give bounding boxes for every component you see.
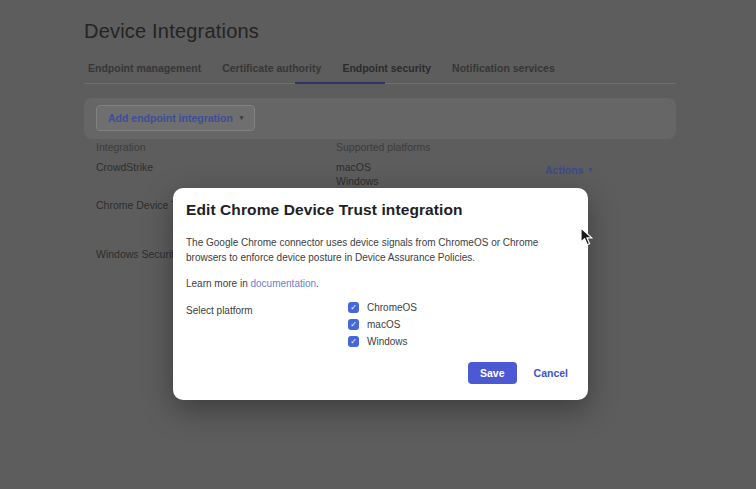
checkbox-label-chromeos: ChromeOS: [367, 302, 417, 313]
save-button[interactable]: Save: [468, 362, 517, 384]
documentation-link[interactable]: documentation: [250, 278, 316, 289]
checkbox-chromeos[interactable]: ✓ ChromeOS: [348, 302, 417, 313]
platform-checkbox-group: ✓ ChromeOS ✓ macOS ✓ Windows: [348, 302, 417, 347]
screen: Device Integrations Endpoint management …: [0, 0, 756, 489]
modal-footer: Save Cancel: [468, 362, 568, 384]
check-icon[interactable]: ✓: [348, 336, 359, 347]
modal-description: The Google Chrome connector uses device …: [186, 235, 576, 265]
checkbox-label-macos: macOS: [367, 319, 400, 330]
checkbox-windows[interactable]: ✓ Windows: [348, 336, 417, 347]
select-platform-label: Select platform: [186, 305, 253, 316]
cancel-button[interactable]: Cancel: [534, 367, 568, 379]
learn-more-prefix: Learn more in: [186, 278, 250, 289]
checkbox-label-windows: Windows: [367, 336, 408, 347]
mouse-cursor-icon: [580, 227, 593, 246]
learn-more-text: Learn more in documentation.: [186, 278, 319, 289]
modal-title: Edit Chrome Device Trust integration: [186, 201, 463, 219]
learn-more-suffix: .: [316, 278, 319, 289]
check-icon[interactable]: ✓: [348, 319, 359, 330]
edit-integration-modal: Edit Chrome Device Trust integration The…: [173, 188, 588, 400]
check-icon[interactable]: ✓: [348, 302, 359, 313]
checkbox-macos[interactable]: ✓ macOS: [348, 319, 417, 330]
